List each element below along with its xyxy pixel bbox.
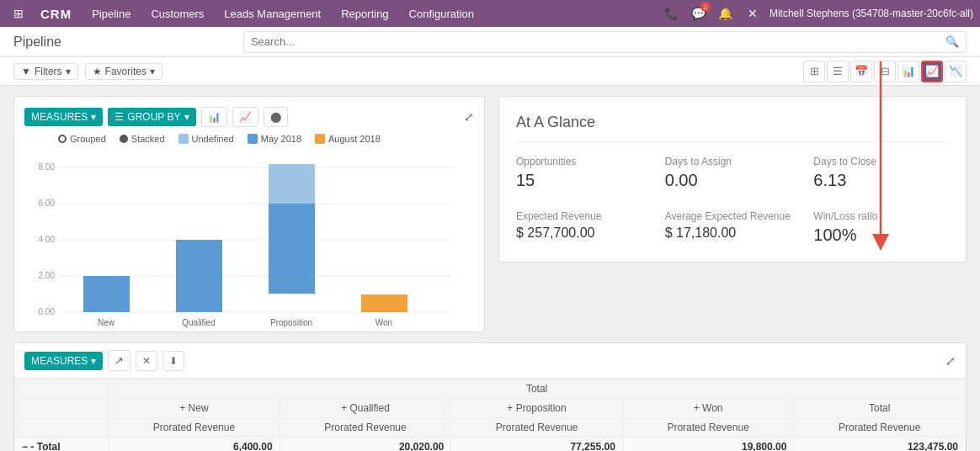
- svg-text:0.00: 0.00: [39, 307, 56, 316]
- pivot-col-total2: Total: [794, 399, 966, 418]
- search-input[interactable]: [251, 35, 945, 48]
- glance-days-assign-value: 0.00: [665, 171, 801, 190]
- pivot-cell-qualified: 20,020.00: [280, 438, 451, 452]
- pivot-sub-proposition: Prorated Revenue: [451, 418, 623, 438]
- pivot-close-icon[interactable]: ✕: [136, 351, 157, 371]
- glance-days-close-label: Days to Close: [813, 156, 949, 167]
- pivot-cell-total: 123,475.00: [794, 438, 966, 452]
- nav-configuration[interactable]: Configuration: [399, 0, 484, 27]
- pivot-sub-total: Prorated Revenue: [794, 418, 966, 438]
- pivot-expand-rows-icon[interactable]: ↗: [108, 350, 130, 371]
- legend-grouped: Grouped: [58, 134, 106, 144]
- nav-right-icons: 📞 💬 1 🔔 ✕ Mitchell Stephens (354708-mast…: [662, 3, 973, 24]
- phone-icon[interactable]: 📞: [662, 3, 682, 24]
- aug2018-label: August 2018: [328, 134, 381, 144]
- chart-toolbar: MEASURES ▾ ☰ GROUP BY ▾ 📊 📈 ⬤ ⤢: [24, 107, 474, 127]
- search-bar[interactable]: 🔍: [243, 31, 967, 53]
- chat-badge: 1: [700, 2, 711, 12]
- pivot-measures-button[interactable]: MEASURES ▾: [24, 352, 103, 370]
- line-chart-type-button[interactable]: 📈: [232, 107, 258, 127]
- left-panel: MEASURES ▾ ☰ GROUP BY ▾ 📊 📈 ⬤ ⤢: [13, 96, 485, 332]
- table-row: − - Total 6,400.00 20,020.00 77,255.00 1…: [15, 438, 966, 452]
- nav-leads[interactable]: Leads Management: [214, 0, 331, 27]
- groupby-label: GROUP BY: [127, 111, 180, 123]
- pivot-subrow-empty: [15, 418, 109, 438]
- bar-won-aug: [361, 294, 407, 312]
- nav-reporting[interactable]: Reporting: [331, 0, 398, 27]
- stacked-label: Stacked: [131, 134, 165, 144]
- bell-icon[interactable]: 🔔: [716, 3, 736, 24]
- activity-view-icon[interactable]: 📈: [921, 61, 943, 82]
- glance-avg-revenue-value: $ 17,180.00: [665, 226, 801, 241]
- glance-days-close: Days to Close 6.13: [813, 156, 949, 190]
- bar-label-proposition: Proposition: [270, 318, 312, 327]
- measures-button[interactable]: MEASURES ▾: [24, 108, 103, 126]
- may2018-label: May 2018: [261, 134, 301, 144]
- pivot-cell-won: 19,800.00: [622, 438, 794, 452]
- legend-may2018: May 2018: [248, 134, 301, 144]
- bar-chart-view-icon[interactable]: 📉: [945, 61, 967, 82]
- stacked-dot: [120, 135, 128, 143]
- filters-chevron-icon: ▾: [66, 66, 71, 77]
- calendar-view-icon[interactable]: 📅: [850, 61, 872, 82]
- minus-icon: −: [22, 441, 28, 451]
- bar-label-new: New: [98, 318, 115, 327]
- glance-grid: Opportunities 15 Days to Assign 0.00 Day…: [516, 156, 949, 245]
- groupby-button[interactable]: ☰ GROUP BY ▾: [108, 108, 195, 126]
- groupby-chevron-icon: ▾: [184, 111, 189, 123]
- grouped-label: Grouped: [70, 134, 106, 144]
- aug-color: [315, 134, 325, 144]
- user-menu[interactable]: Mitchell Stephens (354708-master-20c6fc-…: [770, 8, 973, 19]
- glance-title: At A Glance: [516, 114, 949, 142]
- legend-aug2018: August 2018: [315, 134, 381, 144]
- sub-header: Pipeline 🔍: [0, 27, 980, 57]
- search-icon: 🔍: [945, 35, 959, 48]
- close-icon[interactable]: ✕: [743, 3, 763, 24]
- undefined-label: Undefined: [192, 134, 234, 144]
- apps-icon[interactable]: ⊞: [7, 0, 30, 27]
- glance-card: At A Glance Opportunities 15 Days to Ass…: [498, 96, 967, 263]
- chat-icon[interactable]: 💬 1: [689, 3, 709, 24]
- pivot-measures-chevron-icon: ▾: [91, 355, 96, 367]
- filters-left: ▼ Filters ▾ ★ Favorites ▾: [13, 63, 162, 80]
- pivot-measures-label: MEASURES: [31, 355, 88, 367]
- pivot-view-icon[interactable]: ⊟: [874, 61, 896, 82]
- bar-chart-type-button[interactable]: 📊: [201, 107, 227, 127]
- nav-pipeline[interactable]: Pipeline: [82, 0, 141, 27]
- glance-avg-expected-revenue: Average Expected Revenue $ 17,180.00: [665, 210, 801, 245]
- legend-undefined: Undefined: [178, 134, 234, 144]
- glance-winloss-value: 100%: [813, 226, 949, 245]
- pie-chart-type-button[interactable]: ⬤: [264, 107, 288, 127]
- pivot-fullscreen-icon[interactable]: ⤢: [945, 354, 956, 368]
- kanban-view-icon[interactable]: ⊞: [803, 61, 825, 82]
- pivot-download-icon[interactable]: ⬇: [162, 351, 184, 371]
- chart-expand-icon[interactable]: ⤢: [464, 110, 474, 124]
- favorites-button[interactable]: ★ Favorites ▾: [85, 63, 162, 80]
- list-view-icon[interactable]: ☰: [827, 61, 849, 82]
- glance-opportunities-value: 15: [516, 171, 652, 190]
- glance-expected-revenue-label: Expected Revenue: [516, 210, 652, 222]
- measures-label: MEASURES: [31, 111, 88, 123]
- favorites-chevron-icon: ▾: [150, 66, 155, 77]
- filters-label: Filters: [35, 66, 62, 77]
- page-title: Pipeline: [13, 34, 61, 50]
- svg-text:4.00: 4.00: [39, 235, 56, 244]
- bar-label-won: Won: [375, 318, 392, 327]
- pivot-sub-qualified: Prorated Revenue: [280, 418, 451, 438]
- chart-legend: Grouped Stacked Undefined May 2018: [24, 134, 474, 144]
- filters-button[interactable]: ▼ Filters ▾: [13, 63, 78, 80]
- bar-label-qualified: Qualified: [182, 318, 215, 327]
- nav-links: Pipeline Customers Leads Management Repo…: [82, 0, 662, 27]
- pivot-table: Total + New + Qualified + Proposition + …: [14, 379, 966, 451]
- pivot-header-total: Total: [109, 379, 966, 399]
- right-panel: At A Glance Opportunities 15 Days to Ass…: [498, 96, 967, 263]
- list-icon: ☰: [115, 111, 124, 123]
- graph-view-icon[interactable]: 📊: [897, 61, 919, 82]
- measures-chevron-icon: ▾: [91, 111, 96, 123]
- glance-avg-revenue-label: Average Expected Revenue: [665, 210, 801, 222]
- svg-text:8.00: 8.00: [39, 162, 56, 172]
- nav-customers[interactable]: Customers: [141, 0, 214, 27]
- main-content: MEASURES ▾ ☰ GROUP BY ▾ 📊 📈 ⬤ ⤢: [0, 86, 980, 342]
- glance-days-close-value: 6.13: [813, 171, 949, 190]
- legend-stacked: Stacked: [120, 134, 165, 144]
